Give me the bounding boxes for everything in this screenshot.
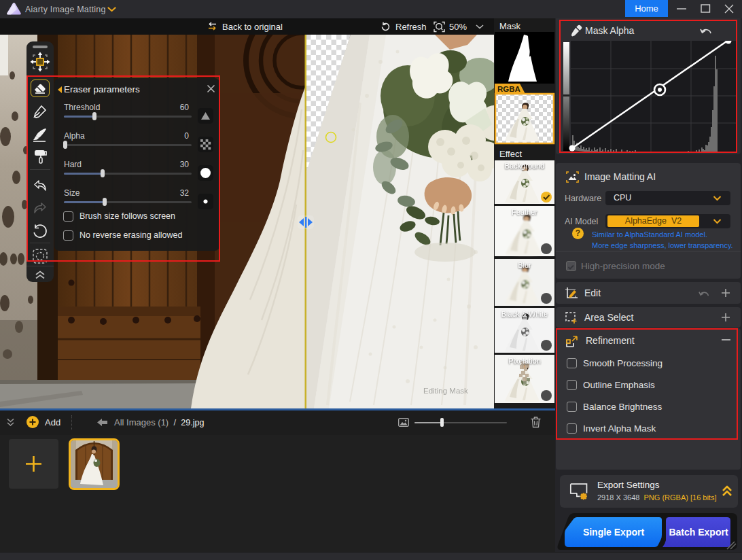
svg-text:Effect: Effect xyxy=(499,149,522,159)
svg-text:Single Export: Single Export xyxy=(583,527,645,538)
svg-text:Feather: Feather xyxy=(512,208,537,216)
svg-text:Black & White: Black & White xyxy=(501,310,548,318)
svg-text:Mask: Mask xyxy=(499,21,521,31)
svg-text:Blur: Blur xyxy=(518,261,531,269)
svg-text:RGBA: RGBA xyxy=(497,85,520,93)
svg-text:Editing Mask: Editing Mask xyxy=(423,387,468,395)
svg-text:Batch Export: Batch Export xyxy=(669,527,728,538)
svg-text:Background: Background xyxy=(505,162,545,170)
svg-text:Pixelation: Pixelation xyxy=(508,357,541,365)
